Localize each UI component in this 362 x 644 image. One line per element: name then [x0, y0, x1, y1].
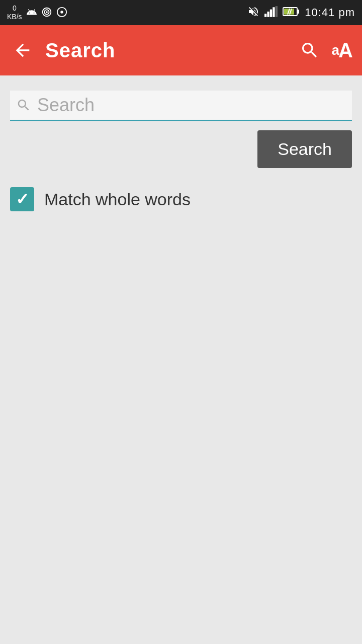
svg-rect-6	[276, 6, 278, 17]
status-time: 10:41 pm	[305, 6, 355, 19]
app-bar: Search aA	[0, 25, 362, 75]
search-button[interactable]: Search	[257, 130, 352, 168]
svg-rect-5	[273, 7, 275, 17]
svg-point-1	[60, 11, 63, 14]
text-size-icon[interactable]: aA	[332, 39, 352, 62]
back-button[interactable]	[10, 38, 35, 63]
kb-label: 0KB/s	[7, 4, 22, 21]
search-input-icon	[16, 98, 31, 113]
svg-rect-2	[264, 14, 266, 17]
match-whole-words-checkbox[interactable]: ✓	[10, 187, 34, 211]
signal-icon	[264, 6, 278, 20]
svg-rect-3	[267, 12, 269, 17]
checkmark-icon: ✓	[16, 191, 29, 207]
match-whole-words-row: ✓ Match whole words	[10, 182, 352, 216]
search-input-row	[10, 91, 352, 121]
search-input[interactable]	[37, 95, 346, 116]
main-content: Search ✓ Match whole words	[0, 75, 362, 226]
svg-rect-8	[297, 10, 299, 14]
sync-icon	[56, 7, 67, 19]
status-left: 0KB/s	[7, 4, 67, 21]
status-bar: 0KB/s	[0, 0, 362, 25]
app-bar-actions: aA	[300, 39, 352, 62]
mute-icon	[247, 6, 259, 20]
location-icon	[41, 7, 52, 19]
search-icon[interactable]	[300, 40, 320, 60]
android-icon	[26, 7, 37, 19]
battery-icon	[283, 6, 300, 20]
search-button-row: Search	[10, 130, 352, 168]
match-whole-words-label: Match whole words	[44, 190, 191, 209]
svg-rect-4	[270, 9, 272, 17]
status-right: 10:41 pm	[247, 6, 355, 20]
page-title: Search	[45, 39, 290, 62]
